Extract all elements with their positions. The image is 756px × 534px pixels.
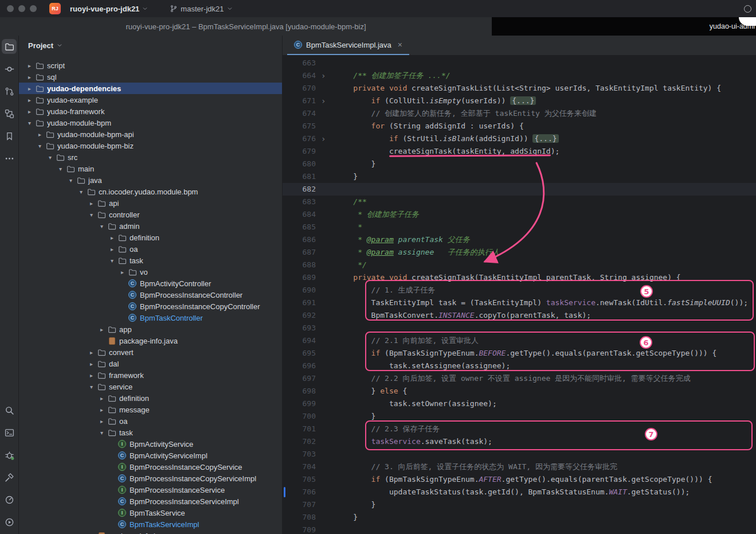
tab-close-icon[interactable]: × bbox=[398, 40, 402, 49]
gutter[interactable]: 663 bbox=[283, 57, 335, 69]
tree-item-java[interactable]: ▾java bbox=[19, 174, 282, 186]
fold-arrow-icon[interactable]: › bbox=[316, 132, 335, 145]
code-line-701[interactable]: 701 // 2.3 保存子任务 bbox=[283, 423, 756, 435]
tree-item-task[interactable]: ▾task bbox=[19, 427, 282, 438]
tree-item-sql[interactable]: ▸sql bbox=[19, 71, 282, 83]
code-line-706[interactable]: 706 updateTaskStatus(task.getId(), BpmTa… bbox=[283, 486, 756, 498]
code-line-676[interactable]: 676› if (StrUtil.isBlank(addSignId)) {..… bbox=[283, 132, 756, 145]
code-line-685[interactable]: 685 * bbox=[283, 221, 756, 233]
bookmarks-icon[interactable] bbox=[2, 128, 17, 143]
code-line-681[interactable]: 681 } bbox=[283, 170, 756, 183]
code-line-705[interactable]: 705 if (BpmTaskSignTypeEnum.AFTER.getTyp… bbox=[283, 473, 756, 486]
chevron-right-icon[interactable]: ▸ bbox=[87, 349, 96, 356]
gutter[interactable]: 708 bbox=[283, 511, 335, 524]
chevron-right-icon[interactable]: ▸ bbox=[25, 85, 34, 92]
chevron-right-icon[interactable]: ▸ bbox=[87, 372, 96, 379]
tree-item-app[interactable]: ▸app bbox=[19, 323, 282, 335]
tree-item-bpmactivityservice[interactable]: IBpmActivityService bbox=[19, 438, 282, 450]
code-line-683[interactable]: 683 /** bbox=[283, 196, 756, 208]
code-line-680[interactable]: 680 } bbox=[283, 158, 756, 170]
gutter[interactable]: 675 bbox=[283, 120, 335, 132]
gutter[interactable]: 696 bbox=[283, 360, 335, 372]
commit-icon[interactable] bbox=[2, 61, 17, 76]
gutter[interactable]: 687 bbox=[283, 246, 335, 259]
background-window[interactable]: yudao-ui-admi bbox=[492, 17, 756, 36]
tree-item-yudao-framework[interactable]: ▸yudao-framework bbox=[19, 106, 282, 117]
gutter[interactable]: 671› bbox=[283, 95, 335, 107]
code-line-698[interactable]: 698 } else { bbox=[283, 385, 756, 397]
tree-item-bpmprocessinstancecopyservice[interactable]: IBpmProcessInstanceCopyService bbox=[19, 461, 282, 473]
chevron-right-icon[interactable]: ▸ bbox=[97, 395, 107, 402]
chevron-down-icon[interactable]: ▾ bbox=[107, 258, 117, 264]
code-line-700[interactable]: 700 } bbox=[283, 410, 756, 423]
tree-item-service[interactable]: ▾service bbox=[19, 381, 282, 392]
tree-item-main[interactable]: ▾main bbox=[19, 163, 282, 174]
code-line-663[interactable]: 663 bbox=[283, 57, 756, 69]
tree-item-oa[interactable]: ▸oa bbox=[19, 243, 282, 255]
gutter[interactable]: 705 bbox=[283, 473, 335, 486]
gutter[interactable]: 670 bbox=[283, 82, 335, 95]
gutter[interactable]: 695 bbox=[283, 347, 335, 360]
code-line-709[interactable]: 709 bbox=[283, 524, 756, 534]
gutter[interactable]: 702 bbox=[283, 435, 335, 448]
chevron-down-icon[interactable]: ▾ bbox=[35, 143, 45, 149]
chevron-right-icon[interactable]: ▸ bbox=[107, 235, 117, 241]
chevron-down-icon[interactable]: ▾ bbox=[66, 177, 76, 184]
profiler-icon[interactable] bbox=[2, 492, 17, 507]
chevron-right-icon[interactable]: ▸ bbox=[97, 326, 107, 333]
project-icon[interactable] bbox=[2, 39, 17, 54]
code-line-692[interactable]: 692 BpmTaskConvert.INSTANCE.copyTo(paren… bbox=[283, 309, 756, 322]
chevron-right-icon[interactable]: ▸ bbox=[97, 407, 107, 413]
tree-item-bpmtaskservice[interactable]: IBpmTaskService bbox=[19, 507, 282, 519]
tree-item-bpmactivityserviceimpl[interactable]: CBpmActivityServiceImpl bbox=[19, 450, 282, 461]
tree-item-bpmprocessinstancecopycontroller[interactable]: CBpmProcessInstanceCopyController bbox=[19, 301, 282, 312]
chevron-down-icon[interactable]: ▾ bbox=[97, 430, 107, 436]
gutter[interactable]: 700 bbox=[283, 410, 335, 423]
tree-item-bpmprocessinstanceserviceimpl[interactable]: CBpmProcessInstanceServiceImpl bbox=[19, 496, 282, 507]
chevron-down-icon[interactable]: ▾ bbox=[87, 384, 96, 390]
gutter[interactable]: 703 bbox=[283, 448, 335, 461]
code-line-704[interactable]: 704 // 3. 向后前签, 设置子任务的状态为 WAIT, 因为需要等父任务… bbox=[283, 461, 756, 473]
gutter[interactable]: 692 bbox=[283, 309, 335, 322]
tree-item-task[interactable]: ▾task bbox=[19, 255, 282, 266]
branch-selector[interactable]: master-jdk21 bbox=[165, 3, 237, 15]
gutter[interactable]: 704 bbox=[283, 461, 335, 473]
tree-item-message[interactable]: ▸message bbox=[19, 404, 282, 415]
code-line-691[interactable]: 691 TaskEntityImpl task = (TaskEntityImp… bbox=[283, 297, 756, 309]
code-line-696[interactable]: 696 task.setAssignee(assignee); bbox=[283, 360, 756, 372]
chevron-right-icon[interactable]: ▸ bbox=[107, 246, 117, 252]
tree-item-package-info-java[interactable]: package-info.java bbox=[19, 335, 282, 346]
chevron-down-icon[interactable]: ▾ bbox=[76, 189, 86, 195]
terminal-icon[interactable] bbox=[2, 425, 17, 440]
code-line-693[interactable]: 693 bbox=[283, 322, 756, 334]
code-line-674[interactable]: 674 // 创建加签人的新任务, 全部基于 taskEntity 为父任务来创… bbox=[283, 107, 756, 120]
code-line-708[interactable]: 708 } bbox=[283, 511, 756, 524]
code-line-697[interactable]: 697 // 2.2 向后加签, 设置 owner 不设置 assignee 是… bbox=[283, 372, 756, 385]
close-button[interactable] bbox=[7, 5, 14, 12]
code-line-695[interactable]: 695 if (BpmTaskSignTypeEnum.BEFORE.getTy… bbox=[283, 347, 756, 360]
chevron-right-icon[interactable]: ▸ bbox=[25, 74, 34, 80]
chevron-down-icon[interactable]: ▾ bbox=[97, 223, 107, 229]
debug-icon[interactable] bbox=[2, 447, 17, 462]
gutter[interactable]: 693 bbox=[283, 322, 335, 334]
gutter[interactable]: 664› bbox=[283, 69, 335, 82]
code-line-707[interactable]: 707 } bbox=[283, 498, 756, 511]
tab-bpmtaskserviceimpl-java[interactable]: C BpmTaskServiceImpl.java × bbox=[287, 36, 409, 55]
code-line-690[interactable]: 690 // 1. 生成子任务 bbox=[283, 284, 756, 297]
tree-item-bpmprocessinstanceservice[interactable]: IBpmProcessInstanceService bbox=[19, 484, 282, 496]
tree-item-package-info-java[interactable]: package-info.java bbox=[19, 530, 282, 534]
gutter[interactable]: 680 bbox=[283, 158, 335, 170]
gutter[interactable]: 684 bbox=[283, 208, 335, 221]
gutter[interactable]: 681 bbox=[283, 170, 335, 183]
gutter[interactable]: 686 bbox=[283, 233, 335, 246]
gutter[interactable]: 694 bbox=[283, 334, 335, 347]
code-line-694[interactable]: 694 // 2.1 向前加签, 设置审批人 bbox=[283, 334, 756, 347]
tree-item-vo[interactable]: ▸vo bbox=[19, 266, 282, 278]
chevron-right-icon[interactable]: ▸ bbox=[35, 131, 45, 138]
chevron-down-icon[interactable]: ▾ bbox=[87, 212, 96, 218]
code-line-682[interactable]: 682 bbox=[283, 183, 756, 196]
code-line-688[interactable]: 688 */ bbox=[283, 259, 756, 271]
tree-item-bpmtaskcontroller[interactable]: CBpmTaskController bbox=[19, 312, 282, 323]
tree-item-yudao-dependencies[interactable]: ▸yudao-dependencies bbox=[19, 83, 282, 94]
tree-item-definition[interactable]: ▸definition bbox=[19, 392, 282, 404]
